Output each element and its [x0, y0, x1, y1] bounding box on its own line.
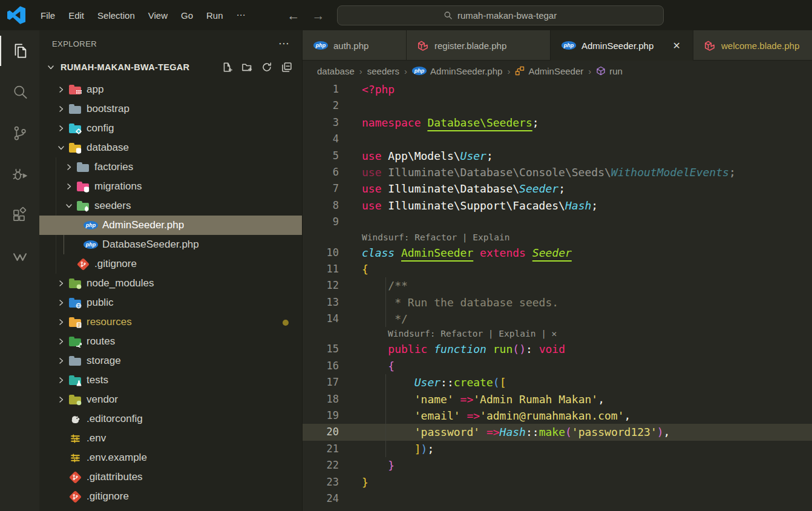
code-line-text: } — [339, 457, 395, 473]
codelens-action[interactable]: Windsurf: Refactor | Explain | ✕ — [303, 327, 812, 341]
code-line-11[interactable]: 11{ — [303, 261, 812, 277]
tree-item-tests[interactable]: tests — [39, 371, 302, 390]
breadcrumb-item-adminseeder-php[interactable]: phpAdminSeeder.php — [412, 66, 502, 76]
tab-auth-php[interactable]: phpauth.php — [303, 30, 407, 61]
new-folder-button[interactable] — [241, 62, 252, 73]
code-line-16[interactable]: 16 { — [303, 358, 812, 374]
tree-item-label: tests — [87, 374, 108, 386]
activity-source-control-icon[interactable] — [0, 113, 39, 154]
menu-more-button[interactable]: ⋯ — [230, 7, 252, 24]
code-line-4[interactable]: 4 — [303, 131, 812, 147]
forward-arrow-icon[interactable]: → — [312, 9, 325, 22]
tree-item-label: app — [87, 84, 103, 96]
line-number: 11 — [303, 261, 339, 277]
tree-item-env-example[interactable]: .env.example — [39, 448, 302, 467]
tree-item-factories[interactable]: factories — [39, 157, 302, 177]
code-line-24[interactable]: 24 — [303, 490, 812, 507]
breadcrumb-item-database[interactable]: database — [317, 66, 355, 76]
tab-register-blade-php[interactable]: register.blade.php — [407, 30, 551, 61]
breadcrumb-label: AdminSeeder.php — [430, 66, 502, 76]
tree-item-vendor[interactable]: vendor — [39, 390, 302, 409]
breadcrumb-label: run — [609, 66, 623, 76]
menu-item-file[interactable]: File — [34, 7, 62, 24]
menu-item-run[interactable]: Run — [200, 7, 230, 24]
sidebar-more-button[interactable]: ⋯ — [278, 37, 290, 50]
code-line-text: use Illuminate\Database\Seeder; — [339, 180, 565, 197]
tree-item-adminseeder-php[interactable]: phpAdminSeeder.php — [39, 216, 302, 235]
breadcrumb-item-adminseeder[interactable]: AdminSeeder — [515, 66, 583, 76]
breadcrumb-item-run[interactable]: run — [596, 66, 623, 76]
code-line-22[interactable]: 22 } — [303, 457, 812, 473]
project-section-header[interactable]: RUMAH-MAKAN-BWA-TEGAR — [39, 57, 302, 77]
command-search-input[interactable]: rumah-makan-bwa-tegar — [337, 5, 664, 25]
breadcrumb-separator: › — [404, 66, 407, 76]
refresh-button[interactable] — [261, 62, 272, 73]
new-file-button[interactable] — [221, 62, 232, 73]
breadcrumb-separator: › — [507, 66, 510, 76]
code-line-9[interactable]: 9 — [303, 214, 812, 230]
collapse-all-button[interactable] — [281, 62, 292, 73]
activity-run-debug-icon[interactable] — [0, 154, 39, 195]
code-line-17[interactable]: 17 User::create([ — [303, 374, 812, 391]
tree-item-label: AdminSeeder.php — [102, 219, 184, 231]
code-line-8[interactable]: 8use Illuminate\Support\Facades\Hash; — [303, 197, 812, 214]
back-arrow-icon[interactable]: ← — [287, 9, 300, 22]
tree-item-editorconfig[interactable]: .editorconfig — [39, 409, 302, 429]
tree-item-bootstrap[interactable]: bootstrap — [39, 99, 302, 119]
close-icon[interactable]: ✕ — [672, 40, 682, 51]
code-line-13[interactable]: 13 * Run the database seeds. — [303, 294, 812, 311]
tree-item-node-modules[interactable]: node_modules — [39, 274, 302, 293]
activity-windsurf-icon[interactable] — [0, 236, 39, 277]
tab-bar: phpauth.phpregister.blade.phpphpAdminSee… — [303, 30, 812, 61]
tree-item-artisan[interactable]: artisan — [39, 506, 302, 511]
tree-item-app[interactable]: app — [39, 80, 302, 99]
tree-item-label: .env — [87, 432, 106, 444]
tree-item-label: .gitignore — [87, 490, 129, 503]
tree-item-migrations[interactable]: migrations — [39, 177, 302, 196]
activity-search-icon[interactable] — [0, 71, 39, 113]
code-line-19[interactable]: 19 'email' =>'admin@rumahmakan.com', — [303, 407, 812, 424]
tree-item-env[interactable]: .env — [39, 429, 302, 448]
menu-item-selection[interactable]: Selection — [91, 7, 142, 24]
code-line-5[interactable]: 5use App\Models\User; — [303, 148, 812, 164]
tab-welcome-blade-php[interactable]: welcome.blade.php — [693, 30, 812, 61]
menu-item-go[interactable]: Go — [174, 7, 200, 24]
code-line-7[interactable]: 7use Illuminate\Database\Seeder; — [303, 180, 812, 197]
code-line-23[interactable]: 23} — [303, 474, 812, 490]
tree-item-database[interactable]: database — [39, 138, 302, 157]
folder-icon — [77, 164, 89, 172]
tree-item-resources[interactable]: resources — [39, 312, 302, 332]
codelens-action[interactable]: Windsurf: Refactor | Explain — [303, 231, 812, 245]
tree-item-seeders[interactable]: seeders — [39, 196, 302, 216]
code-line-20[interactable]: 20 'password' =>Hash::make('password123'… — [303, 424, 812, 440]
activity-explorer-icon[interactable] — [0, 30, 39, 71]
code-line-14[interactable]: 14 */ — [303, 311, 812, 327]
tree-item-storage[interactable]: storage — [39, 351, 302, 371]
tree-item-gitattributes[interactable]: .gitattributes — [39, 467, 302, 487]
tab-adminseeder-php[interactable]: phpAdminSeeder.php✕ — [551, 30, 693, 61]
menu-item-view[interactable]: View — [142, 7, 174, 24]
tree-item-gitignore[interactable]: .gitignore — [39, 487, 302, 506]
code-line-text: /** — [339, 277, 408, 294]
tree-item-databaseseeder-php[interactable]: phpDatabaseSeeder.php — [39, 235, 302, 254]
chevron-right-icon — [54, 124, 68, 133]
tree-item-gitignore[interactable]: .gitignore — [39, 254, 302, 274]
line-number: 22 — [303, 457, 339, 473]
activity-extensions-icon[interactable] — [0, 195, 39, 236]
code-editor[interactable]: 1<?php23namespace Database\Seeders;45use… — [303, 81, 812, 511]
tree-item-public[interactable]: public — [39, 293, 302, 312]
code-line-2[interactable]: 2 — [303, 97, 812, 114]
tree-item-config[interactable]: config — [39, 119, 302, 138]
class-symbol-icon — [515, 66, 525, 76]
code-line-1[interactable]: 1<?php — [303, 81, 812, 97]
code-line-18[interactable]: 18 'name' =>'Admin Rumah Makan', — [303, 391, 812, 407]
code-line-3[interactable]: 3namespace Database\Seeders; — [303, 114, 812, 131]
menu-item-edit[interactable]: Edit — [62, 7, 91, 24]
code-line-12[interactable]: 12 /** — [303, 277, 812, 294]
code-line-21[interactable]: 21 ]); — [303, 441, 812, 457]
breadcrumb-item-seeders[interactable]: seeders — [367, 66, 399, 76]
code-line-6[interactable]: 6use Illuminate\Database\Console\Seeds\W… — [303, 164, 812, 180]
code-line-10[interactable]: 10class AdminSeeder extends Seeder — [303, 245, 812, 261]
code-line-15[interactable]: 15 public function run(): void — [303, 341, 812, 357]
tree-item-routes[interactable]: routes — [39, 332, 302, 351]
